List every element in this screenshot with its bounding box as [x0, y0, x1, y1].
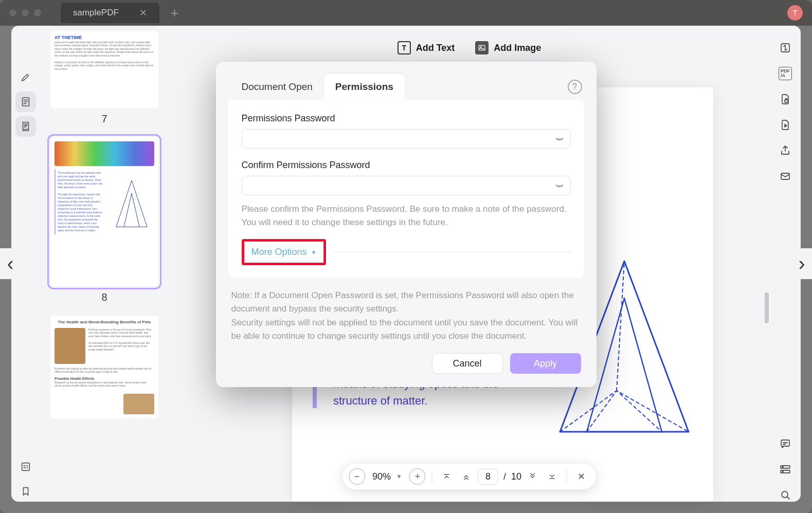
app-window: samplePDF ✕ + T [0, 0, 812, 513]
tab-document-open[interactable]: Document Open [230, 74, 324, 100]
toggle-visibility-icon[interactable] [554, 133, 565, 145]
confirm-password-input[interactable] [242, 176, 571, 195]
more-options-button[interactable]: More Options ▼ [242, 239, 327, 265]
permissions-password-input[interactable] [242, 129, 571, 149]
tab-permissions[interactable]: Permissions [324, 74, 405, 100]
confirm-password-label: Confirm Permissions Password [242, 160, 571, 171]
password-hint: Please confirm the Permissions Password.… [242, 203, 571, 229]
help-icon[interactable]: ? [568, 80, 582, 94]
modal-overlay: Document Open Permissions ? Permissions … [0, 0, 812, 513]
permissions-password-label: Permissions Password [242, 113, 571, 124]
security-notes: Note: If a Document Open Password is set… [216, 278, 597, 343]
cancel-button[interactable]: Cancel [432, 353, 503, 374]
security-settings-modal: Document Open Permissions ? Permissions … [216, 62, 597, 387]
apply-button[interactable]: Apply [510, 353, 581, 374]
caret-down-icon: ▼ [311, 249, 317, 255]
permissions-panel: Permissions Password Confirm Permissions… [228, 100, 584, 278]
toggle-visibility-icon[interactable] [554, 179, 565, 192]
